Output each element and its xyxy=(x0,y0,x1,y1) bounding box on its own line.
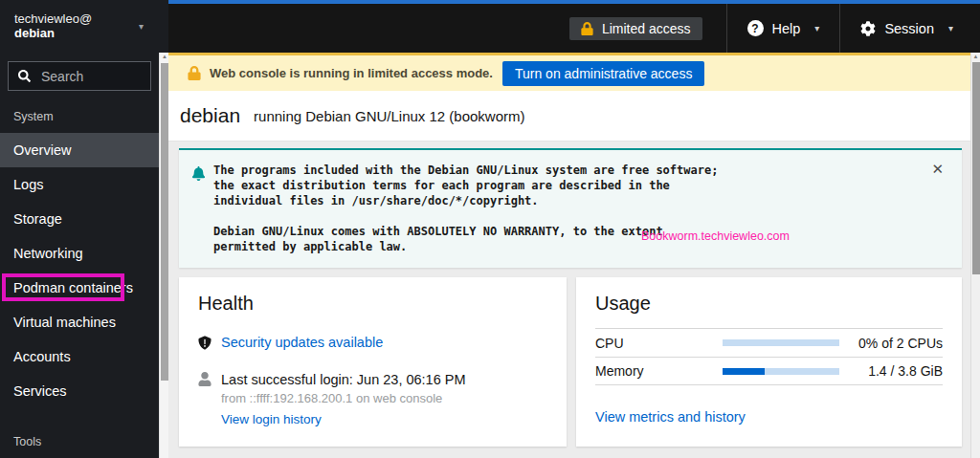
masthead: Limited access ? Help ▾ Session ▾ xyxy=(168,0,980,53)
view-login-history-link[interactable]: View login history xyxy=(221,412,322,426)
user-host-block: techviewleo@ debian xyxy=(14,11,139,41)
overview-content: The programs included with the Debian GN… xyxy=(168,142,970,458)
sidebar-nav: System Overview Logs Storage Networking … xyxy=(0,110,168,448)
memory-usage-value: 1.4 / 3.8 GiB xyxy=(855,363,943,379)
section-label-system: System xyxy=(13,110,168,123)
memory-usage-row: Memory 1.4 / 3.8 GiB xyxy=(595,357,943,385)
bell-icon xyxy=(191,166,206,181)
sidebar-scrollbar-thumb[interactable] xyxy=(161,63,168,381)
sidebar-item-label: Podman containers xyxy=(13,280,133,295)
memory-label: Memory xyxy=(595,363,723,379)
motd-alert: The programs included with the Debian GN… xyxy=(179,148,962,268)
session-menu[interactable]: Session ▾ xyxy=(840,4,980,53)
sidebar-item-accounts[interactable]: Accounts xyxy=(0,339,159,374)
gear-icon xyxy=(860,21,876,36)
search-box[interactable] xyxy=(8,61,151,91)
help-icon: ? xyxy=(747,20,764,36)
chevron-down-icon: ▾ xyxy=(814,23,819,33)
cpu-label: CPU xyxy=(595,336,723,351)
sidebar-item-services[interactable]: Services xyxy=(0,374,159,408)
help-menu[interactable]: ? Help ▾ xyxy=(727,4,840,53)
scrollbar-up-arrow-icon[interactable]: ▲ xyxy=(160,54,169,59)
sidebar-item-logs[interactable]: Logs xyxy=(0,167,159,202)
banner-message: Web console is running in limited access… xyxy=(210,66,493,80)
username: techviewleo@ xyxy=(14,11,139,26)
cpu-progress-bar xyxy=(723,339,839,346)
turn-on-admin-access-button[interactable]: Turn on administrative access xyxy=(502,61,704,86)
sidebar: techviewleo@ debian ▾ System Overview Lo… xyxy=(0,0,168,458)
help-label: Help xyxy=(772,21,801,36)
sidebar-item-virtual-machines[interactable]: Virtual machines xyxy=(0,305,159,339)
user-icon xyxy=(198,372,212,386)
cpu-usage-value: 0% of 2 CPUs xyxy=(855,336,943,351)
lock-icon xyxy=(188,66,201,80)
page-title-bar: debian running Debian GNU/Linux 12 (book… xyxy=(168,91,970,142)
last-login-text: Last successful login: Jun 23, 06:16 PM xyxy=(221,372,466,387)
cpu-usage-row: CPU 0% of 2 CPUs xyxy=(595,328,943,357)
last-login-detail: from ::ffff:192.168.200.1 on web console xyxy=(221,391,547,405)
memory-progress-fill xyxy=(723,368,765,375)
scrollbar-up-arrow-icon[interactable]: ▲ xyxy=(971,54,980,59)
page-scrollbar[interactable]: ▲ xyxy=(970,53,980,458)
sidebar-item-networking[interactable]: Networking xyxy=(0,236,159,271)
limited-access-label: Limited access xyxy=(602,21,691,36)
search-icon xyxy=(18,70,31,82)
hostname: debian xyxy=(14,26,139,41)
page-scrollbar-thumb[interactable] xyxy=(972,62,980,274)
sidebar-item-storage[interactable]: Storage xyxy=(0,202,159,236)
search-input[interactable] xyxy=(39,68,141,85)
health-card-title: Health xyxy=(198,293,547,315)
os-description: running Debian GNU/Linux 12 (bookworm) xyxy=(254,108,524,124)
security-updates-row: Security updates available xyxy=(198,335,547,350)
usage-card: Usage CPU 0% of 2 CPUs Memory 1.4 / 3.8 … xyxy=(576,277,962,447)
memory-progress-bar xyxy=(723,368,839,375)
lock-icon xyxy=(581,22,593,35)
security-updates-link[interactable]: Security updates available xyxy=(221,335,383,350)
sidebar-item-podman-containers[interactable]: Podman containers xyxy=(0,271,159,305)
close-icon[interactable]: ✕ xyxy=(931,161,944,178)
session-label: Session xyxy=(884,21,934,36)
page-title: debian xyxy=(180,104,240,127)
sidebar-scrollbar[interactable]: ▲ xyxy=(159,53,168,458)
last-login-row: Last successful login: Jun 23, 06:16 PM xyxy=(198,372,547,387)
sidebar-item-overview[interactable]: Overview xyxy=(0,133,159,167)
section-label-tools: Tools xyxy=(13,435,168,448)
shield-exclamation-icon xyxy=(198,336,212,350)
chevron-down-icon: ▾ xyxy=(139,21,144,32)
health-card: Health Security updates available Last s… xyxy=(179,277,567,447)
usage-card-title: Usage xyxy=(595,293,943,315)
usage-table: CPU 0% of 2 CPUs Memory 1.4 / 3.8 GiB xyxy=(595,328,943,385)
view-metrics-link[interactable]: View metrics and history xyxy=(595,409,746,425)
cockpit-web-console: techviewleo@ debian ▾ System Overview Lo… xyxy=(0,0,980,458)
limited-access-banner: Web console is running in limited access… xyxy=(168,53,970,91)
watermark-text: Bookworm.techviewleo.com xyxy=(641,229,790,243)
host-switcher[interactable]: techviewleo@ debian ▾ xyxy=(0,0,168,53)
limited-access-button[interactable]: Limited access xyxy=(569,17,702,40)
chevron-down-icon: ▾ xyxy=(948,23,953,33)
